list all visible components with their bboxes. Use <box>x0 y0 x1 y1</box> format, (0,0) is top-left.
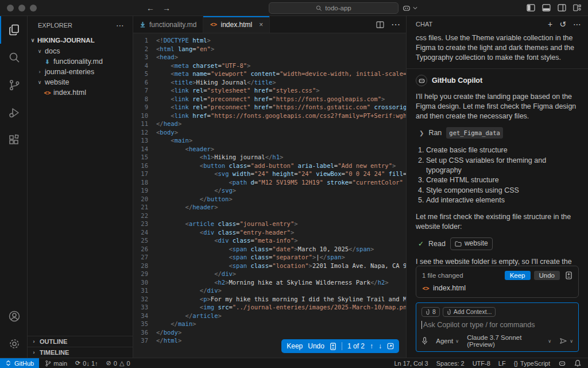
code-line[interactable]: 11</head> <box>133 120 406 128</box>
explorer-more-actions[interactable]: ⋯ <box>116 21 125 30</box>
code-line[interactable]: 7 <link rel="stylesheet" href="styles.cs… <box>133 86 406 95</box>
outline-section[interactable]: › OUTLINE <box>28 336 133 347</box>
code-line[interactable]: 17 <svg width="24" height="24" viewBox="… <box>133 170 406 178</box>
code-line[interactable]: 10 <link href="https://fonts.googleapis.… <box>133 112 406 120</box>
accounts-button[interactable] <box>0 302 27 330</box>
activity-explorer[interactable] <box>0 16 27 44</box>
code-line[interactable]: 16 <button class="add-button" aria-label… <box>133 162 406 170</box>
code-line[interactable]: 21 </header> <box>133 203 406 212</box>
toggle-secondary-sidebar-icon[interactable] <box>558 4 566 12</box>
open-changes-icon[interactable] <box>387 343 394 350</box>
code-line[interactable]: 19 </svg> <box>133 186 406 195</box>
customize-layout-icon[interactable] <box>573 4 581 12</box>
activity-run-debug[interactable] <box>0 99 27 126</box>
code-line[interactable]: 8 <link rel="preconnect" href="https://f… <box>133 95 406 103</box>
code-line[interactable]: 12<body> <box>133 128 406 137</box>
encoding-setting[interactable]: UTF-8 <box>473 360 490 367</box>
tool-read-row[interactable]: ✓ Read website <box>418 237 579 250</box>
chevron-down-icon[interactable] <box>413 6 417 10</box>
code-line[interactable]: 14 <header> <box>133 145 406 154</box>
workspace-root-folder[interactable]: ∨ HIKING-JOURNAL <box>28 34 133 46</box>
send-button[interactable]: ∨ <box>559 338 573 344</box>
navigate-back-button[interactable]: ← <box>146 3 154 13</box>
undo-all-button[interactable]: Undo <box>534 271 560 280</box>
language-mode[interactable]: {} TypeScript <box>514 360 550 367</box>
code-line[interactable]: 2<html lang="en"> <box>133 45 406 53</box>
microphone-icon[interactable] <box>421 337 428 345</box>
chat-messages[interactable]: css files. Use the Theme variable collec… <box>407 32 588 266</box>
new-chat-icon[interactable]: + <box>548 20 552 29</box>
window-controls[interactable] <box>7 5 37 12</box>
settings-button[interactable] <box>0 330 27 358</box>
previous-change-button[interactable]: ↑ <box>370 342 373 350</box>
eol-setting[interactable]: LF <box>498 360 506 367</box>
folder-tree-item[interactable]: ›journal-enteries <box>28 67 133 77</box>
copilot-icon[interactable] <box>402 3 411 13</box>
tab-index-html[interactable]: <> index.html × <box>203 16 270 33</box>
toggle-sidebar-icon[interactable] <box>527 4 535 12</box>
code-line[interactable]: 28 <span class="location">2201 Imola Ave… <box>133 262 406 270</box>
remote-indicator[interactable]: GitHub <box>0 358 39 368</box>
keep-button[interactable]: Keep <box>287 342 303 350</box>
code-line[interactable]: 4 <meta charset="UTF-8"> <box>133 62 406 70</box>
code-line[interactable]: 20 </button> <box>133 195 406 204</box>
tab-functionality-md[interactable]: functionality.md <box>133 16 203 33</box>
sync-indicator[interactable]: ⟳ 0↓ 1↑ <box>75 359 98 367</box>
next-change-button[interactable]: ↓ <box>378 342 382 350</box>
code-line[interactable]: 26 <span class="date">March 10, 2025</sp… <box>133 245 406 254</box>
activity-extensions[interactable] <box>0 126 27 154</box>
minimize-window-icon[interactable] <box>18 5 25 12</box>
copilot-status-icon[interactable] <box>558 359 566 367</box>
code-line[interactable]: 34 </article> <box>133 312 406 320</box>
add-context-chip[interactable]: Add Context... <box>443 307 496 317</box>
code-line[interactable]: 13 <main> <box>133 136 406 145</box>
code-line[interactable]: 6 <title>Hiking Journal</title> <box>133 78 406 87</box>
code-line[interactable]: 23 <article class="journal-entry"> <box>133 220 406 228</box>
code-line[interactable]: 18 <path d="M12 5V19M5 12H19" stroke="cu… <box>133 178 406 187</box>
code-line[interactable]: 27 <span class="separator">|</span> <box>133 253 406 262</box>
view-diff-icon[interactable] <box>565 271 572 279</box>
code-line[interactable]: 29 </div> <box>133 270 406 278</box>
code-line[interactable]: 33 <img src="../journal-enteries/images/… <box>133 303 406 312</box>
toggle-panel-icon[interactable] <box>542 4 551 12</box>
close-tab-icon[interactable]: × <box>259 21 263 29</box>
branch-indicator[interactable]: main <box>45 360 67 367</box>
code-line[interactable]: 24 <div class="entry-header"> <box>133 228 406 237</box>
close-window-icon[interactable] <box>7 5 14 12</box>
command-center-search[interactable]: todo-app <box>269 2 399 14</box>
code-line[interactable]: 25 <div class="meta-info"> <box>133 236 406 245</box>
activity-search[interactable] <box>0 44 27 71</box>
chat-history-icon[interactable]: ↺ <box>559 20 566 29</box>
diff-file-icon[interactable] <box>330 343 336 350</box>
code-line[interactable]: 15 <h1>Hiking journal</h1> <box>133 153 406 162</box>
chat-more-actions[interactable]: ⋯ <box>573 20 581 29</box>
code-line[interactable]: 31 </div> <box>133 286 406 295</box>
editor-more-actions[interactable]: ⋯ <box>391 19 400 30</box>
folder-tree-item[interactable]: ∨website <box>28 77 133 87</box>
keep-all-button[interactable]: Keep <box>505 271 531 280</box>
tool-run-row[interactable]: ❯ Ran get_Figma_data <box>419 127 579 139</box>
chat-text-input[interactable]: Ask Copilot or type / for commands <box>421 321 573 329</box>
code-editor[interactable]: 1<!DOCTYPE html>2<html lang="en">3<head>… <box>133 33 406 358</box>
mode-picker[interactable]: Agent ∨ <box>436 338 459 344</box>
indentation-setting[interactable]: Spaces: 2 <box>436 360 465 367</box>
maximize-window-icon[interactable] <box>30 5 37 12</box>
activity-source-control[interactable] <box>0 71 27 99</box>
notifications-bell-icon[interactable] <box>574 359 581 367</box>
file-tree-item[interactable]: <>index.html <box>28 87 133 98</box>
navigate-forward-button[interactable]: → <box>163 3 171 13</box>
folder-chip[interactable]: website <box>450 237 493 250</box>
code-line[interactable]: 22 <box>133 212 406 220</box>
code-line[interactable]: 36</body> <box>133 328 406 337</box>
timeline-section[interactable]: › TIMELINE <box>28 347 133 358</box>
code-line[interactable]: 30 <h2>Morning hike at Skyline Wildernes… <box>133 278 406 287</box>
changed-file-row[interactable]: <> index.html <box>422 284 572 292</box>
file-tree-item[interactable]: ⬇functionality.md <box>28 56 133 67</box>
folder-tree-item[interactable]: ∨docs <box>28 46 133 56</box>
split-editor-icon[interactable] <box>376 21 384 28</box>
undo-button[interactable]: Undo <box>308 342 324 350</box>
code-line[interactable]: 1<!DOCTYPE html> <box>133 36 406 45</box>
problems-indicator[interactable]: ⊘ 0 △ 0 <box>106 359 130 367</box>
model-picker[interactable]: Claude 3.7 Sonnet (Preview) ∨ <box>467 334 551 348</box>
code-line[interactable]: 32 <p>For my hike this morning I did the… <box>133 295 406 304</box>
